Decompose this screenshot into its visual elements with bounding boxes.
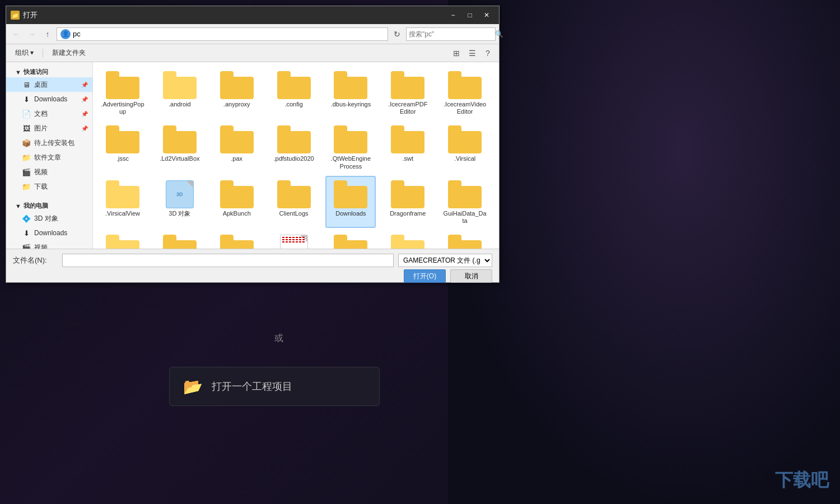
new-folder-button[interactable]: 新建文件夹	[48, 47, 90, 59]
file-item[interactable]: ApkBunch	[212, 176, 262, 228]
file-item[interactable]: Quanshi	[212, 230, 262, 249]
sidebar-item-documents[interactable]: 📄 文档 📌	[6, 106, 92, 121]
view-list-button[interactable]: ☰	[465, 46, 479, 60]
folder-icon-guihaidata	[448, 180, 482, 208]
file-item[interactable]: .pdfstudio2020	[269, 121, 319, 173]
sidebar-item-3d-label: 3D 对象	[34, 214, 58, 223]
search-input[interactable]	[409, 30, 493, 38]
file-label: .Virsical	[454, 155, 475, 162]
file-label: .jssc	[116, 155, 129, 162]
forward-button[interactable]: →	[25, 27, 39, 41]
sidebar-item-pc-downloads[interactable]: ⬇ Downloads	[6, 226, 92, 240]
sidebar-item-desktop-label: 桌面	[34, 80, 48, 90]
file-label: .IcecreamPDF Editor	[386, 101, 430, 115]
pc-video-icon: 🎬	[22, 243, 31, 249]
sidebar: ▼ 快速访问 🖥 桌面 📌 ⬇ Downloads 📌 📄	[6, 62, 93, 249]
file-item[interactable]: .dbus-keyrings	[325, 67, 376, 119]
file-label: ClientLogs	[279, 210, 309, 217]
file-item[interactable]: .Ld2VirtualBox	[155, 121, 205, 173]
folder-icon-scc	[334, 235, 367, 249]
sidebar-item-upload-pkg[interactable]: 📦 待上传安装包	[6, 136, 92, 150]
file-label: .AdvertisingPopup	[101, 101, 144, 115]
sidebar-item-pc-video[interactable]: 🎬 视频	[6, 240, 92, 249]
file-item[interactable]: .Virsical	[440, 121, 490, 173]
view-help-button[interactable]: ?	[481, 46, 494, 60]
toolbar-right: ⊞ ☰ ?	[450, 46, 494, 60]
user-icon: 👤	[60, 29, 71, 39]
quick-access-section: ▼ 快速访问 🖥 桌面 📌 ⬇ Downloads 📌 📄	[6, 62, 92, 196]
file-item[interactable]: shipin7_update_temp	[382, 230, 433, 249]
folder-icon-swt	[391, 125, 424, 153]
file-item[interactable]: .QtWebEngineProcess	[325, 121, 376, 173]
address-path[interactable]: 👤 pc	[57, 27, 388, 41]
folder-icon-apkbunch	[220, 180, 254, 208]
sidebar-item-3d[interactable]: 💠 3D 对象	[6, 211, 92, 226]
file-item-downloads[interactable]: Downloads	[325, 176, 376, 228]
file-label-downloads: Downloads	[335, 210, 366, 217]
up-button[interactable]: ↑	[41, 27, 54, 41]
sidebar-item-download2[interactable]: 📁 下载	[6, 179, 92, 194]
sidebar-item-articles[interactable]: 📁 软件文章	[6, 150, 92, 165]
file-label: .anyproxy	[223, 101, 250, 108]
file-item[interactable]: SCC	[325, 230, 376, 249]
file-item[interactable]: .AdvertisingPopup	[97, 67, 148, 119]
sidebar-item-downloads[interactable]: ⬇ Downloads 📌	[6, 92, 92, 106]
file-item-rec[interactable]: Rec_2020-08-20-08-43-05.jpg	[269, 230, 319, 249]
toolbar-separator	[43, 49, 43, 58]
back-button[interactable]: ←	[10, 27, 23, 41]
dialog-overlay: 📁 打开 − □ ✕ ← → ↑ 👤 pc ↻ 🔍 组织 ▾	[0, 0, 840, 504]
filename-input[interactable]	[62, 254, 394, 267]
file-item[interactable]: .pax	[212, 121, 262, 173]
close-button[interactable]: ✕	[479, 9, 494, 21]
sidebar-item-pictures[interactable]: 🖼 图片 📌	[6, 121, 92, 136]
search-box[interactable]: 🔍	[406, 27, 496, 41]
file-item[interactable]: ClientLogs	[269, 176, 319, 228]
my-pc-section: ▼ 我的电脑 💠 3D 对象 ⬇ Downloads 🎬 视频	[6, 196, 92, 249]
desktop-icon: 🖥	[22, 80, 31, 89]
download2-icon: 📁	[22, 182, 31, 191]
maximize-button[interactable]: □	[462, 9, 478, 21]
file-label: .pax	[231, 155, 242, 162]
file-item[interactable]: .IcecreamVideo Editor	[440, 67, 490, 119]
minimize-button[interactable]: −	[445, 9, 461, 21]
file-icon-3d-obj: 3D	[166, 180, 194, 208]
file-item[interactable]: Dragonframe	[382, 176, 433, 228]
articles-icon: 📁	[22, 153, 31, 162]
folder-icon-clientlogs	[277, 180, 311, 208]
refresh-button[interactable]: ↻	[390, 27, 404, 41]
sidebar-item-video[interactable]: 🎬 视频	[6, 165, 92, 179]
path-text: pc	[73, 30, 81, 38]
open-button[interactable]: 打开(O)	[404, 269, 446, 283]
file-label: .Ld2VirtualBox	[160, 155, 199, 162]
file-item[interactable]: .config	[269, 67, 319, 119]
folder-icon-quanshi	[220, 235, 254, 249]
file-item[interactable]: 3D 3D 对象	[155, 176, 205, 228]
file-item[interactable]: .swt	[382, 121, 433, 173]
quick-access-header[interactable]: ▼ 快速访问	[6, 64, 92, 77]
sidebar-item-desktop[interactable]: 🖥 桌面 📌	[6, 77, 92, 92]
filetype-select[interactable]: GAMECREATOR 文件 (.game ▾	[398, 254, 492, 267]
action-row: 打开(O) 取消	[13, 269, 492, 283]
file-item[interactable]: uCode	[440, 230, 490, 249]
organize-button[interactable]: 组织 ▾	[11, 47, 38, 59]
folder-icon-ucode	[448, 235, 482, 249]
file-item[interactable]: GuiHaiData_Data	[440, 176, 490, 228]
file-label: .android	[169, 101, 191, 108]
file-item[interactable]: Pictures_点五备份	[155, 230, 205, 249]
filename-label: 文件名(N):	[13, 255, 58, 265]
file-label: .VirsicalView	[105, 210, 140, 217]
cancel-button[interactable]: 取消	[450, 269, 492, 283]
view-layout-button[interactable]: ⊞	[450, 46, 463, 60]
my-pc-header[interactable]: ▼ 我的电脑	[6, 198, 92, 211]
sidebar-item-download2-label: 下载	[34, 182, 48, 192]
folder-icon-icecream-video	[448, 71, 482, 99]
file-label: .dbus-keyrings	[331, 101, 371, 108]
file-item[interactable]: .anyproxy	[212, 67, 262, 119]
file-item[interactable]: .IcecreamPDF Editor	[382, 67, 433, 119]
folder-icon-qtwebengine	[334, 125, 367, 153]
file-item[interactable]: .android	[155, 67, 205, 119]
file-item[interactable]: .VirsicalView	[97, 176, 148, 228]
file-item[interactable]: Library	[97, 230, 148, 249]
file-item[interactable]: .jssc	[97, 121, 148, 173]
sidebar-item-documents-label: 文档	[34, 109, 48, 119]
